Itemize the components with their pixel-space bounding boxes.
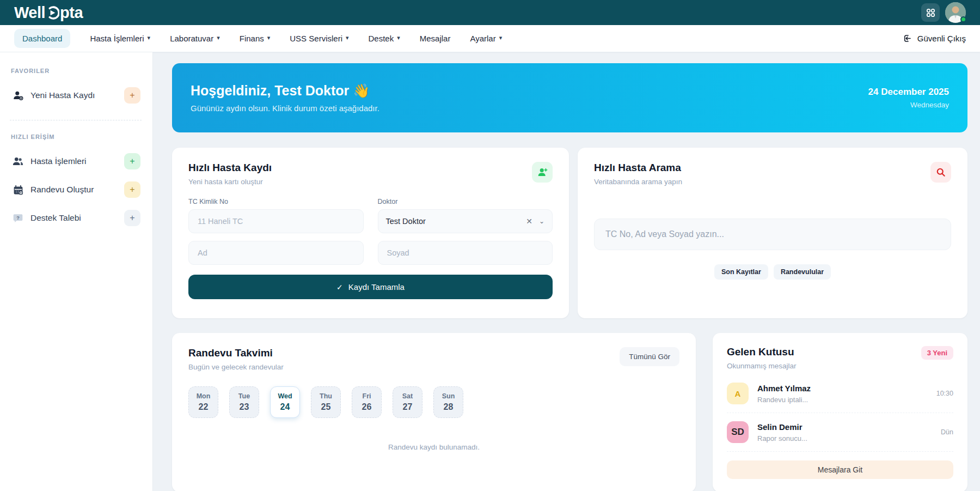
user-avatar[interactable]	[945, 2, 966, 23]
chevron-down-icon: ▾	[267, 34, 271, 41]
main-nav: Dashboard Hasta İşlemleri▾ Laboratuvar▾ …	[0, 25, 980, 52]
quick-register-card: Hızlı Hasta Kaydı Yeni hasta kartı oluşt…	[172, 148, 569, 318]
last-name-input[interactable]	[378, 241, 553, 265]
chevron-down-icon: ▾	[346, 34, 349, 41]
avatar: SD	[727, 421, 749, 443]
no-appointments-message: Randevu kaydı bulunamadı.	[188, 443, 679, 451]
appointment-calendar-card: Randevu Takvimi Bugün ve gelecek randevu…	[172, 333, 696, 491]
nav-uss-servisleri[interactable]: USS Servisleri▾	[290, 34, 348, 43]
sidebar-item-label: Hasta İşlemleri	[30, 156, 124, 166]
brand-prefix: Well	[14, 4, 45, 22]
logout-button[interactable]: Güvenli Çıkış	[902, 33, 966, 44]
nav-mesajlar[interactable]: Mesajlar	[420, 34, 451, 43]
patient-search-input[interactable]	[594, 219, 951, 250]
day-chip-sat[interactable]: Sat27	[393, 386, 422, 418]
chevron-down-icon: ⌄	[539, 217, 544, 225]
user-plus-icon	[11, 90, 25, 101]
message-sender: Ahmet Yılmaz	[757, 384, 936, 393]
message-preview: Randevu iptali...	[757, 396, 936, 404]
sidebar-divider	[10, 120, 142, 120]
doctor-select-value: Test Doktor	[386, 217, 526, 226]
nav-ayarlar[interactable]: Ayarlar▾	[470, 34, 502, 43]
sidebar-item-randevu-olustur[interactable]: Randevu Oluştur +	[9, 177, 143, 202]
search-card-title: Hızlı Hasta Arama	[594, 162, 682, 174]
appointments-filter-button[interactable]: Randevulular	[774, 264, 831, 280]
complete-registration-button[interactable]: ✓ Kaydı Tamamla	[188, 275, 553, 299]
submit-label: Kaydı Tamamla	[348, 282, 405, 292]
nav-destek[interactable]: Destek▾	[369, 34, 400, 43]
online-status-dot	[960, 16, 966, 22]
top-bar: Well pta	[0, 0, 980, 25]
sidebar-item-label: Destek Talebi	[30, 213, 124, 223]
nav-dashboard[interactable]: Dashboard	[14, 29, 70, 48]
recent-records-button[interactable]: Son Kayıtlar	[714, 264, 768, 280]
app-screen: Well pta	[0, 0, 980, 491]
nav-finans[interactable]: Finans▾	[240, 34, 271, 43]
clear-icon[interactable]: ✕	[526, 217, 532, 226]
main-content: Hoşgeldiniz, Test Doktor 👋 Gününüz aydın…	[153, 52, 980, 491]
welcome-title: Hoşgeldiniz, Test Doktor 👋	[191, 83, 379, 99]
search-icon	[930, 162, 951, 183]
brand-logo[interactable]: Well pta	[14, 4, 83, 22]
first-name-input[interactable]	[188, 241, 364, 265]
sidebar-item-label: Randevu Oluştur	[30, 185, 124, 195]
day-chip-wed-selected[interactable]: Wed24	[270, 386, 300, 418]
message-row[interactable]: SD Selin Demir Rapor sonucu... Dün	[727, 413, 953, 451]
sidebar: FAVORILER Yeni Hasta Kaydı + HIZLI ERİŞİ…	[0, 52, 153, 491]
question-bubble-icon: ?	[11, 213, 25, 223]
quick-add-appointment-button[interactable]: +	[124, 181, 140, 198]
svg-text:?: ?	[16, 215, 20, 221]
chevron-down-icon: ▾	[217, 34, 220, 41]
sidebar-item-label: Yeni Hasta Kaydı	[30, 90, 124, 100]
inbox-card-title: Gelen Kutusu	[727, 346, 797, 358]
calendar-card-title: Randevu Takvimi	[188, 347, 284, 359]
quick-access-section-title: HIZLI ERİŞİM	[11, 134, 143, 140]
day-chip-tue[interactable]: Tue23	[229, 386, 259, 418]
tc-input[interactable]	[188, 209, 364, 233]
search-card-subtitle: Veritabanında arama yapın	[594, 178, 682, 186]
sidebar-item-yeni-hasta-kaydi[interactable]: Yeni Hasta Kaydı +	[9, 83, 143, 108]
day-chip-mon[interactable]: Mon22	[188, 386, 218, 418]
brand-suffix: pta	[60, 4, 83, 22]
day-chip-sun[interactable]: Sun28	[433, 386, 463, 418]
check-icon: ✓	[336, 283, 343, 292]
logout-icon	[902, 33, 912, 44]
welcome-banner: Hoşgeldiniz, Test Doktor 👋 Gününüz aydın…	[172, 63, 967, 132]
quick-search-card: Hızlı Hasta Arama Veritabanında arama ya…	[578, 148, 967, 318]
message-sender: Selin Demir	[757, 422, 941, 432]
chevron-down-icon: ▾	[499, 34, 503, 41]
nav-hasta-islemleri[interactable]: Hasta İşlemleri▾	[90, 34, 150, 43]
quick-add-support-button[interactable]: +	[124, 210, 140, 226]
message-time: Dün	[941, 428, 953, 436]
sidebar-item-hasta-islemleri[interactable]: Hasta İşlemleri +	[9, 149, 143, 174]
topbar-actions	[921, 2, 966, 23]
message-time: 10:30	[936, 390, 953, 397]
register-card-subtitle: Yeni hasta kartı oluştur	[188, 178, 272, 186]
apps-grid-icon[interactable]	[921, 3, 940, 22]
banner-date: 24 December 2025 Wednesday	[868, 87, 949, 109]
welcome-subtitle: Gününüz aydın olsun. Klinik durum özeti …	[191, 104, 379, 113]
go-to-messages-button[interactable]: Mesajlara Git	[727, 460, 953, 479]
brand-play-circle-icon	[46, 6, 59, 20]
doctor-select[interactable]: Test Doktor ✕ ⌄	[378, 209, 553, 233]
calendar-card-subtitle: Bugün ve gelecek randevular	[188, 363, 284, 371]
banner-date-value: 24 December 2025	[868, 87, 949, 98]
nav-items: Dashboard Hasta İşlemleri▾ Laboratuvar▾ …	[14, 29, 502, 48]
inbox-card: Gelen Kutusu Okunmamış mesajlar 3 Yeni A…	[713, 333, 967, 491]
add-favorite-button[interactable]: +	[124, 87, 140, 104]
new-messages-badge: 3 Yeni	[921, 346, 953, 360]
message-row[interactable]: A Ahmet Yılmaz Randevu iptali... 10:30	[727, 374, 953, 413]
sidebar-item-destek-talebi[interactable]: ? Destek Talebi +	[9, 205, 143, 231]
quick-add-patient-button[interactable]: +	[124, 153, 140, 169]
inbox-card-subtitle: Okunmamış mesajlar	[727, 362, 797, 370]
day-chip-fri[interactable]: Fri26	[352, 386, 382, 418]
favorites-section-title: FAVORILER	[11, 68, 143, 74]
view-all-button[interactable]: Tümünü Gör	[620, 347, 679, 366]
register-card-title: Hızlı Hasta Kaydı	[188, 162, 272, 174]
day-chip-thu[interactable]: Thu25	[311, 386, 341, 418]
chevron-down-icon: ▾	[397, 34, 400, 41]
chevron-down-icon: ▾	[148, 34, 151, 41]
tc-field-label: TC Kimlik No	[188, 198, 364, 205]
nav-laboratuvar[interactable]: Laboratuvar▾	[170, 34, 220, 43]
banner-weekday: Wednesday	[868, 101, 949, 109]
